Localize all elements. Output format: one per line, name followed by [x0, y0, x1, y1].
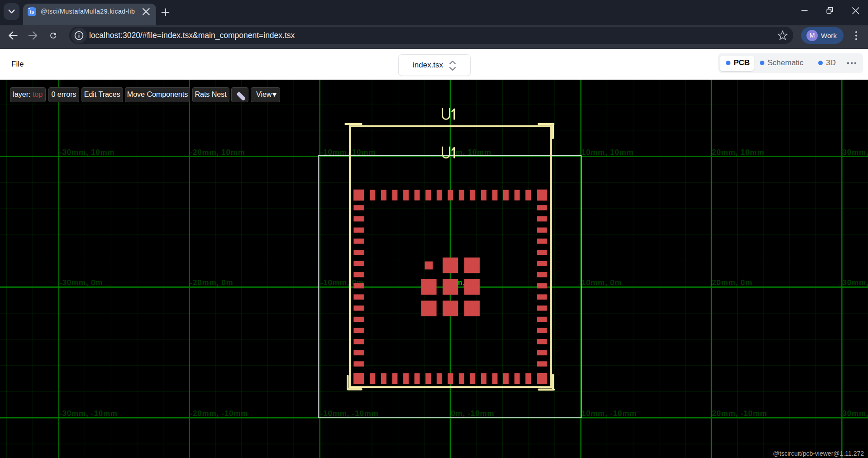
svg-text:10mm, -10mm: 10mm, -10mm	[582, 409, 637, 418]
svg-text:-20mm, -10mm: -20mm, -10mm	[190, 409, 248, 418]
svg-text:-30mm, 0m: -30mm, 0m	[59, 278, 103, 287]
svg-text:30mm, 10mm: 30mm, 10mm	[843, 148, 868, 157]
svg-text:-30mm, -10mm: -30mm, -10mm	[59, 409, 118, 418]
svg-text:30mm, -10mm: 30mm, -10mm	[843, 409, 868, 418]
svg-text:0m, -10mm: 0m, -10mm	[451, 409, 494, 418]
svg-text:-30mm, 10mm: -30mm, 10mm	[59, 148, 114, 157]
svg-text:-20mm, 10mm: -20mm, 10mm	[190, 148, 245, 157]
svg-text:20mm, 10mm: 20mm, 10mm	[712, 148, 764, 157]
svg-text:10mm, 0m: 10mm, 0m	[582, 278, 622, 287]
svg-text:10mm, 10mm: 10mm, 10mm	[582, 148, 634, 157]
svg-text:-10mm, -10mm: -10mm, -10mm	[320, 409, 379, 418]
svg-text:-20mm, 0m: -20mm, 0m	[190, 278, 234, 287]
svg-text:20mm, 0m: 20mm, 0m	[712, 278, 753, 287]
svg-text:20mm, -10mm: 20mm, -10mm	[712, 409, 767, 418]
svg-text:30mm, 0m: 30mm, 0m	[843, 278, 868, 287]
